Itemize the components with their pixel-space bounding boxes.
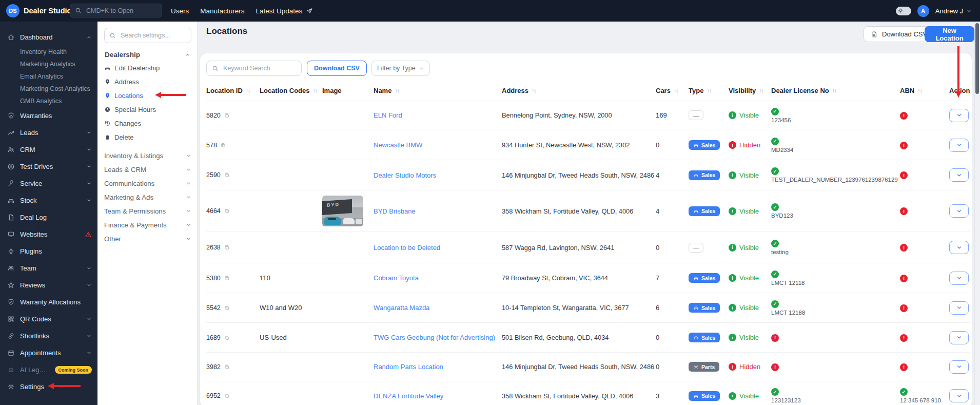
- column-header-name[interactable]: Name↑↓: [374, 87, 502, 94]
- sidebar-item-warranties[interactable]: Warranties: [0, 107, 97, 124]
- sort-arrows-icon[interactable]: ↑↓: [313, 87, 318, 93]
- settings-item-special-hours[interactable]: Special Hours: [104, 103, 191, 117]
- sidebar-item-leads[interactable]: Leads: [0, 124, 97, 141]
- avatar[interactable]: A: [917, 5, 929, 17]
- page-scrollbar-thumb[interactable]: [975, 23, 979, 94]
- keyword-search-input[interactable]: [222, 64, 296, 72]
- sidebar-item-team[interactable]: Team: [0, 260, 97, 277]
- sort-arrows-icon[interactable]: ↑↓: [532, 87, 536, 93]
- sidebar-item-crm[interactable]: CRM: [0, 141, 97, 158]
- sidebar-item-appointments[interactable]: Appointments: [0, 344, 97, 361]
- settings-item-changes[interactable]: Changes: [104, 117, 191, 130]
- row-action-button[interactable]: [949, 204, 969, 218]
- sidebar-item-label: Test Drives: [20, 163, 81, 170]
- settings-section-team-permissions[interactable]: Team & Permissions: [104, 204, 191, 218]
- column-header-visibility[interactable]: Visibility↑↓: [729, 87, 771, 94]
- sort-arrows-icon[interactable]: ↑↓: [246, 87, 250, 93]
- trash-icon: [104, 134, 111, 141]
- location-name-link[interactable]: ELN Ford: [374, 111, 402, 119]
- global-search[interactable]: [70, 4, 162, 17]
- row-action-button[interactable]: [949, 168, 969, 182]
- row-action-button[interactable]: [949, 139, 969, 152]
- sidebar-item-shortlinks[interactable]: Shortlinks: [0, 327, 97, 344]
- settings-section-other[interactable]: Other: [104, 232, 191, 246]
- location-name-link[interactable]: BYD Brisbane: [374, 207, 416, 215]
- settings-section-inventory-listings[interactable]: Inventory & Listings: [104, 149, 191, 163]
- sidebar-item-plugins[interactable]: Plugins: [0, 243, 97, 260]
- location-name-link[interactable]: Random Parts Location: [374, 363, 443, 371]
- sidebar-item-service[interactable]: Service: [0, 175, 97, 192]
- sort-arrows-icon[interactable]: ↑↓: [917, 87, 922, 93]
- sort-arrows-icon[interactable]: ↑↓: [759, 87, 763, 93]
- theme-toggle[interactable]: [896, 7, 911, 15]
- sidebar-subitem-inventory-health[interactable]: Inventory Health: [0, 46, 97, 58]
- location-name-link[interactable]: Wangaratta Mazda: [374, 304, 429, 312]
- column-header-type[interactable]: Type↑↓: [689, 87, 729, 94]
- sidebar-subitem-email-analytics[interactable]: Email Analytics: [0, 70, 97, 83]
- location-name-link[interactable]: TWG Cars Geebung (Not for Advertising): [374, 334, 495, 341]
- settings-section-finance-payments[interactable]: Finance & Payments: [104, 218, 191, 232]
- sidebar-item-ai-legends[interactable]: AI LegendsComing Soon: [0, 361, 97, 378]
- sidebar-item-warranty-allocations[interactable]: Warranty Allocations: [0, 294, 97, 311]
- sidebar-item-dashboard[interactable]: Dashboard: [0, 29, 97, 46]
- sidebar-subitem-gmb-analytics[interactable]: GMB Analytics: [0, 95, 97, 107]
- row-action-button[interactable]: [949, 272, 969, 285]
- row-action-button[interactable]: [949, 331, 969, 344]
- settings-item-label: Address: [114, 78, 139, 86]
- column-header-abn[interactable]: ABN↑↓: [900, 87, 949, 94]
- sidebar-subitem-marketing-cost-analytics[interactable]: Marketing Cost Analytics: [0, 83, 97, 95]
- dealer-license-cell: ✓123123123: [771, 388, 900, 403]
- settings-search-input[interactable]: [120, 31, 186, 40]
- toolbar-download-csv-button[interactable]: Download CSV: [307, 61, 367, 76]
- location-name-link[interactable]: DENZA Fortitude Valley: [374, 392, 443, 400]
- sort-arrows-icon[interactable]: ↑↓: [674, 87, 678, 93]
- settings-section-dealership[interactable]: Dealership: [105, 51, 190, 59]
- sidebar-item-websites[interactable]: Websites: [0, 226, 97, 243]
- row-action-button[interactable]: [949, 360, 969, 374]
- sidebar-subitem-marketing-analytics[interactable]: Marketing Analytics: [0, 58, 97, 70]
- sidebar-item-test-drives[interactable]: Test Drives: [0, 158, 97, 175]
- settings-item-edit-dealership[interactable]: Edit Dealership: [104, 61, 191, 75]
- new-location-button[interactable]: New Location: [925, 26, 974, 42]
- row-action-button[interactable]: [949, 241, 969, 254]
- sort-arrows-icon[interactable]: ↑↓: [832, 87, 837, 93]
- info-circle-icon: i: [729, 304, 736, 312]
- row-action-button[interactable]: [949, 389, 969, 402]
- settings-item-delete[interactable]: Delete: [104, 130, 191, 144]
- column-header-location-id[interactable]: Location ID↑↓: [206, 87, 260, 94]
- nav-link-users[interactable]: Users: [171, 7, 189, 15]
- dealer-studio-logo[interactable]: DS: [6, 4, 19, 17]
- type-badge-sales: Sales: [689, 273, 720, 283]
- location-name-link[interactable]: Cobram Toyota: [374, 274, 419, 282]
- check-circle-icon: ✓: [771, 300, 779, 308]
- sidebar-item-deal-log[interactable]: Deal Log: [0, 209, 97, 226]
- global-search-input[interactable]: [85, 7, 157, 15]
- row-action-button[interactable]: [949, 301, 969, 315]
- sidebar-item-reviews[interactable]: Reviews: [0, 277, 97, 294]
- column-header-location-codes[interactable]: Location Codes↑↓: [260, 87, 322, 94]
- settings-section-marketing-ads[interactable]: Marketing & Ads: [104, 190, 191, 204]
- filter-by-type-select[interactable]: Filter by Type: [371, 61, 430, 76]
- settings-section-leads-crm[interactable]: Leads & CRM: [104, 163, 191, 177]
- settings-search[interactable]: [104, 28, 191, 43]
- column-header-dealer-license-no[interactable]: Dealer License No↑↓: [771, 87, 900, 94]
- settings-item-address[interactable]: Address: [104, 75, 191, 89]
- keyword-search[interactable]: [206, 61, 302, 76]
- sort-arrows-icon[interactable]: ↑↓: [395, 87, 399, 93]
- abn-missing: !: [900, 111, 908, 119]
- sidebar-item-qr-codes[interactable]: QR Codes: [0, 311, 97, 327]
- row-action-button[interactable]: [949, 109, 969, 122]
- user-menu[interactable]: Andrew J: [935, 7, 972, 15]
- location-name-link[interactable]: Dealer Studio Motors: [374, 171, 436, 179]
- column-header-cars[interactable]: Cars↑↓: [656, 87, 689, 94]
- nav-link-latest-updates[interactable]: Latest Updates: [256, 7, 313, 15]
- location-name-link[interactable]: Newcastle BMW: [374, 141, 422, 149]
- sidebar-item-stock[interactable]: Stock: [0, 192, 97, 209]
- download-csv-button[interactable]: Download CSV: [864, 26, 934, 42]
- abn-missing: !: [900, 333, 908, 341]
- sort-arrows-icon[interactable]: ↑↓: [707, 87, 711, 93]
- settings-section-communications[interactable]: Communications: [104, 177, 191, 190]
- column-header-address[interactable]: Address↑↓: [502, 87, 656, 94]
- location-name-link[interactable]: Location to be Deleted: [374, 244, 440, 252]
- nav-link-manufacturers[interactable]: Manufacturers: [200, 7, 244, 15]
